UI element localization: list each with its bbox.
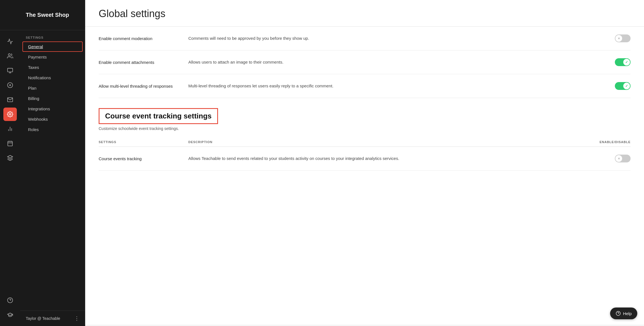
row-desc-course-events: Allows Teachable to send events related … (177, 155, 615, 162)
toggle-knob (615, 155, 622, 162)
toggle-knob (623, 59, 630, 66)
nav-icon-users[interactable] (3, 49, 17, 63)
icon-sidebar (0, 0, 20, 326)
brand-name: The Sweet Shop (26, 12, 69, 18)
bottom-icons (3, 294, 17, 326)
nav-icon-calendar[interactable] (3, 137, 17, 150)
calendar-icon (7, 140, 13, 146)
mail-icon (7, 97, 13, 103)
row-label-course-events: Course events tracking (99, 156, 177, 162)
sidebar-item-plan[interactable]: Plan (22, 83, 83, 93)
analytics-icon (7, 38, 13, 45)
bottom-user-area: Taylor @ Teachable ⋮ (20, 311, 85, 326)
reports-icon (7, 126, 13, 132)
row-label-threading: Allow multi-level threading of responses (99, 83, 177, 89)
sidebar-item-taxes[interactable]: Taxes (22, 62, 83, 73)
sidebar-item-notifications[interactable]: Notifications (22, 73, 83, 83)
toggle-switch-comment-attachments[interactable] (615, 58, 631, 66)
user-name: Taylor @ Teachable (26, 316, 60, 321)
toggle-switch-course-events[interactable] (615, 155, 631, 162)
svg-point-6 (9, 113, 11, 115)
toggle-switch-threading[interactable] (615, 82, 631, 90)
brand-area (0, 0, 20, 30)
row-desc-comment-attachments: Allows users to attach an image to their… (177, 59, 615, 66)
sidebar-item-integrations[interactable]: Integrations (22, 104, 83, 114)
settings-icon (7, 111, 13, 117)
nav-icon-revenue[interactable] (3, 78, 17, 92)
main-body: Enable comment moderation Comments will … (85, 27, 644, 325)
nav-icon-funnels[interactable] (3, 151, 17, 165)
course-tracking-section: Course event tracking settings Customize… (99, 98, 631, 173)
dollar-icon (7, 82, 13, 88)
toggle-threading[interactable] (615, 82, 631, 90)
nav-icon-courses[interactable] (3, 64, 17, 77)
courses-icon (7, 67, 13, 74)
svg-rect-1 (8, 68, 13, 72)
toggle-comment-moderation[interactable] (615, 34, 631, 42)
users-icon (7, 53, 13, 59)
nav-icon-graduation[interactable] (3, 308, 17, 322)
settings-row-course-events: Course events tracking Allows Teachable … (99, 147, 631, 171)
nav-icon-reports[interactable] (3, 122, 17, 136)
row-desc-threading: Multi-level threading of responses let u… (177, 83, 615, 89)
table-header: SETTINGS DESCRIPTION ENABLE/DISABLE (99, 138, 631, 147)
settings-section-label: SETTINGS (20, 30, 85, 41)
toggle-course-events[interactable] (615, 155, 631, 162)
row-desc-comment-moderation: Comments will need to be approved by you… (177, 35, 615, 42)
th-enable-disable: ENABLE/DISABLE (591, 140, 631, 144)
th-settings: SETTINGS (99, 140, 177, 144)
row-label-comment-moderation: Enable comment moderation (99, 36, 177, 41)
toggle-knob (615, 35, 622, 42)
sidebar-item-webhooks[interactable]: Webhooks (22, 114, 83, 124)
row-label-comment-attachments: Enable comment attachments (99, 59, 177, 65)
more-dots-button[interactable]: ⋮ (74, 315, 79, 322)
help-label: Help (623, 311, 632, 316)
top-area: The Sweet Shop (20, 0, 85, 30)
settings-row-threading: Allow multi-level threading of responses… (99, 74, 631, 98)
course-tracking-heading: Course event tracking settings (105, 112, 212, 120)
toggle-comment-attachments[interactable] (615, 58, 631, 66)
nav-icon-mail[interactable] (3, 93, 17, 106)
main-content: Global settings Enable comment moderatio… (85, 0, 644, 326)
sidebar-item-payments[interactable]: Payments (22, 52, 83, 62)
toggle-knob (623, 83, 630, 89)
sidebar-item-roles[interactable]: Roles (22, 124, 83, 135)
nav-icon-help[interactable] (3, 294, 17, 307)
svg-marker-14 (8, 155, 13, 158)
help-icon (7, 297, 13, 303)
page-title: Global settings (99, 8, 631, 20)
nav-icon-settings[interactable] (3, 108, 17, 121)
main-header: Global settings (85, 0, 644, 27)
course-tracking-subtext: Customize schoolwide event tracking sett… (99, 126, 631, 131)
help-circle-icon (616, 311, 621, 316)
svg-point-0 (8, 54, 10, 56)
th-description: DESCRIPTION (177, 140, 591, 144)
settings-row-comment-moderation: Enable comment moderation Comments will … (99, 27, 631, 50)
settings-sidebar: The Sweet Shop SETTINGS General Payments… (20, 0, 85, 326)
toggle-switch-comment-moderation[interactable] (615, 34, 631, 42)
sidebar-item-billing[interactable]: Billing (22, 93, 83, 104)
graduation-icon (7, 312, 13, 318)
course-tracking-heading-box: Course event tracking settings (99, 108, 218, 124)
svg-rect-10 (8, 141, 13, 146)
funnels-icon (7, 155, 13, 161)
nav-icon-analytics[interactable] (3, 35, 17, 48)
sidebar-item-general[interactable]: General (22, 41, 83, 52)
nav-icons (3, 30, 17, 294)
help-button[interactable]: Help (610, 308, 637, 319)
settings-row-comment-attachments: Enable comment attachments Allows users … (99, 50, 631, 74)
